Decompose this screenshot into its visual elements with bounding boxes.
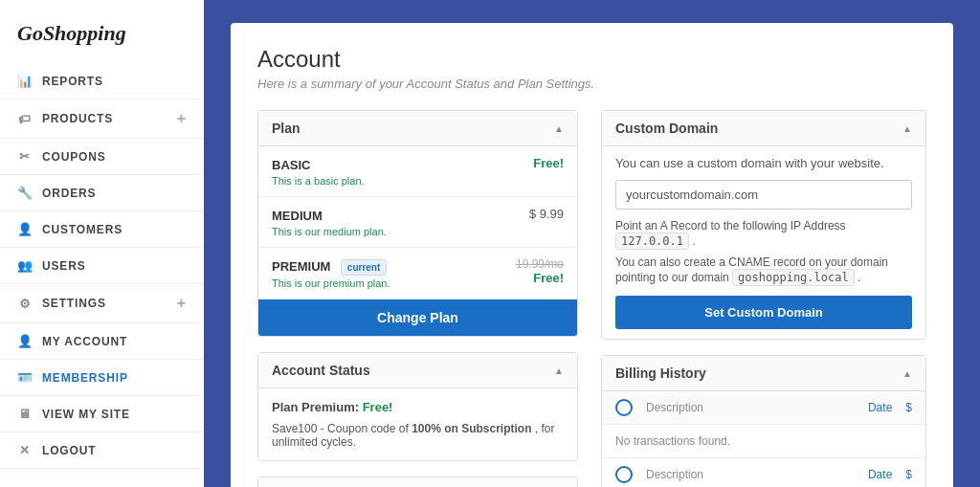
cd-note1-pre: Point an A Record to the following IP Ad… <box>615 219 846 232</box>
account-actions-header: Account Actions ▲ <box>258 477 577 487</box>
coupons-icon: ✂ <box>17 149 33 164</box>
my-account-icon: 👤 <box>17 334 33 348</box>
sidebar-label-logout: LOGOUT <box>42 444 96 457</box>
billing-footer-row: Description Date $ <box>602 458 925 487</box>
membership-icon: 🪪 <box>17 370 33 385</box>
plan-panel-toggle[interactable]: ▲ <box>554 123 564 134</box>
billing-footer-amount: $ <box>905 468 912 481</box>
plan-name-basic: BASIC <box>272 158 310 172</box>
cd-domain-name: goshopping.local <box>732 269 855 286</box>
billing-footer-date: Date <box>868 468 892 481</box>
two-column-layout: Plan ▲ BASIC This is a basic plan. Free! <box>257 110 926 487</box>
products-plus-icon[interactable]: + <box>177 110 187 127</box>
plan-name-medium: MEDIUM <box>272 209 323 223</box>
account-status-toggle[interactable]: ▲ <box>554 365 564 376</box>
content-area: Account Here is a summary of your Accoun… <box>231 23 953 487</box>
custom-domain-panel: Custom Domain ▲ You can use a custom dom… <box>601 110 926 340</box>
settings-icon: ⚙ <box>17 297 33 311</box>
main-content: Account Here is a summary of your Accoun… <box>204 0 980 487</box>
users-icon: 👥 <box>17 258 33 273</box>
custom-domain-body: You can use a custom domain with your we… <box>602 146 925 339</box>
coupon-text-bold: 100% on Subscription <box>412 422 531 435</box>
billing-col-desc: Description <box>646 401 868 414</box>
billing-history-panel: Billing History ▲ Description Date $ No … <box>601 355 926 487</box>
sidebar-item-membership[interactable]: 🪪 MEMBERSHIP <box>0 360 204 396</box>
sidebar-item-my-account[interactable]: 👤 MY ACCOUNT <box>0 323 204 360</box>
sidebar-item-coupons[interactable]: ✂ COUPONS <box>0 139 204 175</box>
billing-header-row: Description Date $ <box>602 391 925 425</box>
sidebar-item-orders[interactable]: 🔧 ORDERS <box>0 175 204 211</box>
sidebar-label-membership: MEMBERSHIP <box>42 371 128 385</box>
billing-empty-msg: No transactions found. <box>602 425 925 458</box>
sidebar-item-products[interactable]: 🏷 PRODUCTS + <box>0 100 204 139</box>
sidebar-label-coupons: COUPONS <box>42 150 106 164</box>
billing-col-amount: $ <box>905 401 912 414</box>
custom-domain-note1: Point an A Record to the following IP Ad… <box>615 219 912 250</box>
plan-status-line: Plan Premium: Free! <box>272 400 564 414</box>
plan-desc-medium: This is our medium plan. <box>272 226 387 237</box>
sidebar-label-my-account: MY ACCOUNT <box>42 335 127 348</box>
plan-row-basic: BASIC This is a basic plan. Free! <box>258 146 577 197</box>
page-subtitle: Here is a summary of your Account Status… <box>257 77 926 91</box>
billing-col-date: Date <box>868 401 892 414</box>
account-status-panel: Account Status ▲ Plan Premium: Free! Sav… <box>257 352 578 461</box>
plan-status-label: Plan Premium: <box>272 400 359 414</box>
sidebar-item-view-my-site[interactable]: 🖥 VIEW MY SITE <box>0 396 204 432</box>
custom-domain-toggle[interactable]: ▲ <box>902 123 912 134</box>
settings-plus-icon[interactable]: + <box>177 295 187 312</box>
sidebar-nav: 📊 REPORTS 🏷 PRODUCTS + ✂ COUPONS 🔧 ORDER… <box>0 63 204 469</box>
view-site-icon: 🖥 <box>17 407 33 421</box>
billing-history-toggle[interactable]: ▲ <box>902 368 912 379</box>
billing-history-header: Billing History ▲ <box>602 356 925 391</box>
billing-footer-desc: Description <box>646 468 868 481</box>
plan-panel-title: Plan <box>272 121 301 136</box>
plan-price-strike-premium: 19.99/mo <box>516 257 564 271</box>
sidebar-item-settings[interactable]: ⚙ SETTINGS + <box>0 284 204 323</box>
cd-note1-post: . <box>692 234 695 248</box>
sidebar-item-logout[interactable]: ✕ LOGOUT <box>0 432 204 469</box>
products-icon: 🏷 <box>17 112 33 126</box>
plan-price-premium: Free! <box>516 271 564 285</box>
billing-circle-icon <box>615 399 633 416</box>
custom-domain-title: Custom Domain <box>615 121 718 136</box>
custom-domain-header: Custom Domain ▲ <box>602 111 925 146</box>
plan-price-basic: Free! <box>533 156 564 170</box>
sidebar-label-users: USERS <box>42 259 86 273</box>
cd-ip-address: 127.0.0.1 <box>615 232 689 250</box>
plan-price-medium: $ 9.99 <box>529 207 564 221</box>
plan-status-value: Free! <box>363 400 393 414</box>
account-status-title: Account Status <box>272 363 370 378</box>
billing-history-title: Billing History <box>615 365 706 381</box>
cd-note2-post: . <box>858 271 860 284</box>
sidebar-label-reports: REPORTS <box>42 75 103 88</box>
custom-domain-note2: You can also create a CNAME record on yo… <box>615 255 912 286</box>
plan-panel-header: Plan ▲ <box>258 111 577 146</box>
set-custom-domain-button[interactable]: Set Custom Domain <box>615 296 912 329</box>
orders-icon: 🔧 <box>17 186 33 200</box>
left-column: Plan ▲ BASIC This is a basic plan. Free! <box>257 110 578 487</box>
plan-badge-current: current <box>341 259 387 276</box>
sidebar-label-customers: CUSTOMERS <box>42 223 122 236</box>
sidebar-item-customers[interactable]: 👤 CUSTOMERS <box>0 211 204 248</box>
billing-footer-circle-icon <box>615 466 633 483</box>
plan-row-medium: MEDIUM This is our medium plan. $ 9.99 <box>258 197 577 248</box>
plan-row-premium: PREMIUM current This is our premium plan… <box>258 248 577 299</box>
change-plan-button[interactable]: Change Plan <box>258 299 577 336</box>
customers-icon: 👤 <box>17 222 33 236</box>
account-status-header: Account Status ▲ <box>258 353 577 388</box>
custom-domain-desc: You can use a custom domain with your we… <box>615 156 912 170</box>
plan-desc-premium: This is our premium plan. <box>272 277 390 289</box>
reports-icon: 📊 <box>17 74 33 88</box>
coupon-info-line: Save100 - Coupon code of 100% on Subscri… <box>272 422 564 449</box>
sidebar-item-reports[interactable]: 📊 REPORTS <box>0 63 204 100</box>
sidebar-label-products: PRODUCTS <box>42 112 113 125</box>
billing-history-body: Description Date $ No transactions found… <box>602 391 925 487</box>
page-title: Account <box>257 46 926 73</box>
sidebar-label-view-site: VIEW MY SITE <box>42 408 130 421</box>
plan-panel-body: BASIC This is a basic plan. Free! MEDIUM… <box>258 146 577 336</box>
app-logo: GoShopping <box>0 11 204 63</box>
sidebar-item-users[interactable]: 👥 USERS <box>0 248 204 284</box>
custom-domain-input[interactable] <box>615 180 912 210</box>
plan-panel: Plan ▲ BASIC This is a basic plan. Free! <box>257 110 578 337</box>
sidebar-label-settings: SETTINGS <box>42 297 106 310</box>
